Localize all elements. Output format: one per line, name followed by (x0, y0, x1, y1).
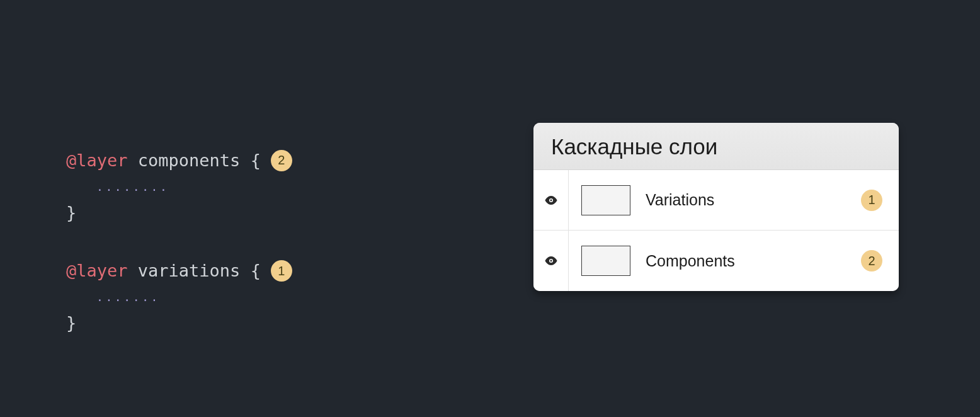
layers-panel: Каскадные слои Variations 1 Components 2 (533, 123, 899, 291)
code-placeholder-dots: ........ (66, 176, 292, 197)
annotation-badge-1: 1 (271, 260, 292, 282)
svg-point-1 (550, 199, 552, 201)
code-placeholder-dots: ....... (66, 287, 292, 307)
brace-open: { (251, 255, 261, 287)
code-line-layer-variations: @layer variations { 1 (66, 255, 292, 287)
layer-row-variations[interactable]: Variations 1 (533, 170, 899, 231)
code-line-layer-components: @layer components { 2 (66, 145, 292, 176)
eye-icon (544, 256, 558, 265)
brace-close: } (66, 197, 292, 229)
eye-icon (544, 196, 558, 205)
layer-row-components[interactable]: Components 2 (533, 231, 899, 291)
svg-point-3 (550, 260, 552, 262)
layer-thumbnail (581, 246, 630, 276)
visibility-toggle[interactable] (533, 170, 569, 230)
keyword: @layer (66, 255, 128, 287)
panel-title: Каскадные слои (533, 123, 899, 170)
layer-label: Variations (646, 191, 861, 209)
layer-name: variations (138, 255, 241, 287)
brace-open: { (251, 145, 261, 176)
layer-name: components (138, 145, 241, 176)
annotation-badge-1: 1 (861, 190, 882, 211)
annotation-badge-2: 2 (861, 250, 882, 271)
visibility-toggle[interactable] (533, 231, 569, 291)
code-snippet: @layer components { 2 ........ } @layer … (66, 145, 292, 339)
keyword: @layer (66, 145, 128, 176)
brace-close: } (66, 307, 292, 339)
layer-label: Components (646, 252, 861, 270)
annotation-badge-2: 2 (271, 150, 292, 171)
layer-thumbnail (581, 185, 630, 215)
